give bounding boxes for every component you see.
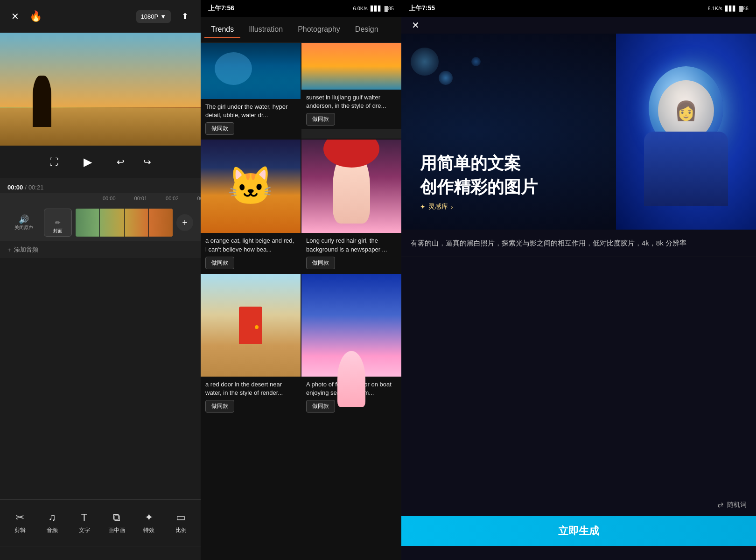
generate-button[interactable]: 立即生成 — [401, 516, 756, 546]
right-close-bar: ✕ — [401, 17, 756, 34]
fullscreen-button[interactable]: ⛶ — [49, 157, 59, 168]
tool-audio[interactable]: ♫ 音频 — [39, 511, 65, 534]
effects-label: 特效 — [143, 526, 154, 534]
resolution-selector[interactable]: 1080P ▼ — [136, 10, 171, 23]
bubble-3 — [471, 57, 481, 66]
middle-panel: 上午7:56 6.0K/s ▋▋▋ ▓85 Trends Illustratio… — [201, 0, 401, 560]
card-underwater-body: The girl under the water, hyper detail, … — [201, 99, 301, 139]
card-sailor-btn[interactable]: 做同款 — [306, 400, 335, 413]
middle-status-bar: 上午7:56 6.0K/s ▋▋▋ ▓85 — [201, 0, 401, 17]
sailor-scene-bg — [301, 274, 401, 377]
hero-banner: 👩 用简单的文案 创作精彩的图片 ✦ 灵感库 › — [401, 34, 756, 230]
tab-photography[interactable]: Photography — [291, 21, 347, 38]
timeline-track: 🔊 关闭原声 ✏ 封面 + — [0, 204, 201, 241]
video-controls: ⛶ ▶ ↩ ↪ — [0, 146, 201, 178]
tool-cut[interactable]: ✂ 剪辑 — [7, 511, 33, 534]
add-audio-button[interactable]: + 添加音频 — [7, 245, 38, 254]
resolution-value: 1080P — [141, 13, 159, 20]
card-sunset-title: sunset in liujiang gulf walter anderson,… — [306, 93, 397, 110]
card-cat: 🐱 a orange cat, light beige and red, i c… — [201, 140, 301, 273]
grid-row-2: 🐱 a orange cat, light beige and red, i c… — [201, 140, 401, 273]
tool-pip[interactable]: ⧉ 画中画 — [104, 511, 130, 534]
mute-button[interactable]: 🔊 关闭原声 — [14, 214, 33, 231]
right-signal-icon: ▋▋▋ — [725, 6, 736, 12]
redo-button[interactable]: ↪ — [143, 156, 151, 168]
tool-text[interactable]: T 文字 — [71, 511, 98, 534]
tab-design[interactable]: Design — [349, 21, 385, 38]
prompt-area: 有雾的山，逼真的黑白照片，探索光与影之间的相互作用，低对比度胶片，4k，8k 分… — [401, 230, 756, 257]
card-reddoor-image — [201, 274, 301, 377]
tool-ratio[interactable]: ▭ 比例 — [168, 511, 194, 534]
hero-overlay: 用简单的文案 创作精彩的图片 ✦ 灵感库 › — [420, 152, 538, 211]
cover-label: 封面 — [53, 228, 63, 234]
effects-icon: ✦ — [145, 511, 153, 524]
cover-button[interactable]: ✏ 封面 — [44, 209, 72, 237]
card-reddoor-title: a red door in the desert near water, in … — [205, 380, 296, 397]
inspiration-library-button[interactable]: ✦ 灵感库 › — [420, 203, 538, 211]
cut-label: 剪辑 — [14, 526, 26, 534]
add-audio-label: 添加音频 — [14, 245, 38, 254]
timeline-area: 00:00 / 00:21 00:00 00:01 00:02 00:03 🔊 … — [0, 178, 201, 258]
time-display: 00:00 / 00:21 — [0, 182, 201, 193]
bottom-toolbar: ✂ 剪辑 ♫ 音频 T 文字 ⧉ 画中画 ✦ 特效 ▭ 比例 — [0, 499, 201, 546]
random-word-button[interactable]: 随机词 — [727, 501, 747, 509]
pip-label: 画中画 — [108, 526, 125, 534]
astro-figure: 👩 — [616, 34, 756, 230]
card-underwater-title: The girl under the water, hyper detail, … — [205, 103, 296, 119]
inspiration-arrow-icon: › — [451, 203, 453, 210]
mute-label: 关闭原声 — [14, 224, 33, 231]
card-underwater-btn[interactable]: 做同款 — [205, 122, 234, 135]
left-top-bar: ✕ 🔥 1080P ▼ ⬆ — [0, 0, 201, 33]
flame-icon: 🔥 — [28, 9, 43, 24]
right-close-button[interactable]: ✕ — [407, 17, 424, 34]
right-status-bar: 上午7:55 6.1K/s ▋▋▋ ▓86 — [401, 0, 756, 17]
ruler-mark-2: 00:02 — [166, 196, 179, 201]
ratio-label: 比例 — [175, 526, 187, 534]
card-reddoor-body: a red door in the desert near water, in … — [201, 377, 301, 416]
card-sunset-body: sunset in liujiang gulf walter anderson,… — [301, 90, 401, 129]
card-cat-btn[interactable]: 做同款 — [205, 257, 234, 269]
bubble-2 — [439, 71, 453, 85]
card-underwater: The girl under the water, hyper detail, … — [201, 43, 301, 139]
timeline-ruler: 00:00 00:01 00:02 00:03 — [0, 193, 201, 204]
inspiration-label: 灵感库 — [428, 203, 448, 211]
tool-effects[interactable]: ✦ 特效 — [136, 511, 162, 534]
card-redgirl-image — [301, 140, 401, 233]
add-clip-button[interactable]: + — [176, 214, 193, 231]
grid-row-1: The girl under the water, hyper detail, … — [201, 43, 401, 139]
pip-icon: ⧉ — [113, 511, 120, 524]
suit-body — [644, 132, 728, 206]
middle-status-time: 上午7:56 — [208, 4, 234, 13]
bubble-1 — [411, 48, 439, 76]
track-controls: 🔊 关闭原声 — [7, 214, 40, 231]
left-panel: ✕ 🔥 1080P ▼ ⬆ ⛶ ▶ ↩ ↪ 00:00 / 00:21 00:0… — [0, 0, 201, 560]
tab-illustration[interactable]: Illustration — [242, 21, 289, 38]
play-button[interactable]: ▶ — [77, 152, 98, 172]
undo-button[interactable]: ↩ — [117, 156, 125, 168]
card-reddoor-btn[interactable]: 做同款 — [205, 400, 234, 413]
export-button[interactable]: ⬆ — [176, 8, 193, 25]
left-bottom-bar — [0, 546, 201, 560]
add-audio-icon: + — [7, 246, 11, 253]
card-sailor: A photo of female sailor on boat enjoyin… — [301, 274, 401, 416]
close-button[interactable]: ✕ — [7, 9, 22, 24]
prompt-text[interactable]: 有雾的山，逼真的黑白照片，探索光与影之间的相互作用，低对比度胶片，4k，8k 分… — [411, 237, 747, 249]
card-reddoor: a red door in the desert near water, in … — [201, 274, 301, 416]
tabs-row: Trends Illustration Photography Design — [201, 17, 401, 43]
red-door-element — [239, 307, 262, 344]
ruler-mark-0: 00:00 — [103, 196, 116, 201]
video-strip[interactable] — [76, 209, 173, 237]
resolution-arrow-icon: ▼ — [160, 13, 166, 20]
random-icon: ⇄ — [717, 500, 723, 509]
card-sunset-btn[interactable]: 做同款 — [306, 113, 335, 126]
card-sailor-image — [301, 274, 401, 377]
grid-row-3: a red door in the desert near water, in … — [201, 274, 401, 416]
tab-trends[interactable]: Trends — [204, 21, 240, 38]
mute-icon: 🔊 — [19, 214, 29, 224]
card-redgirl-btn[interactable]: 做同款 — [306, 257, 335, 269]
current-time: 00:00 — [7, 184, 23, 191]
hero-title: 用简单的文案 创作精彩的图片 — [420, 152, 538, 199]
right-status-right: 6.1K/s ▋▋▋ ▓86 — [708, 6, 749, 12]
ruler-mark-1: 00:01 — [134, 196, 147, 201]
inspiration-icon: ✦ — [420, 203, 426, 210]
